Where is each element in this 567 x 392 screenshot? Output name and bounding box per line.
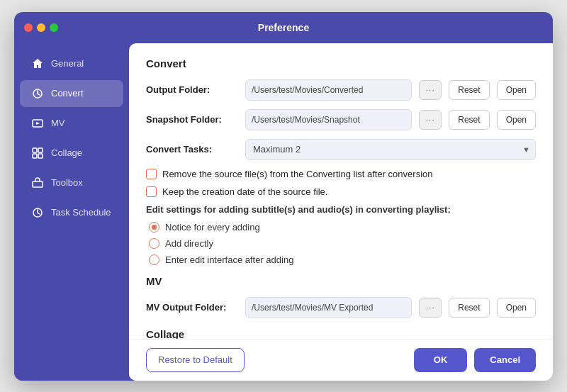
mv-output-folder-reset-button[interactable]: Reset xyxy=(449,298,489,318)
checkbox-keep-date-label: Keep the creation date of the source fil… xyxy=(162,186,327,197)
sidebar-item-task-schedule[interactable]: Task Schedule xyxy=(20,199,123,226)
main-content: Convert Output Folder: /Users/test/Movie… xyxy=(129,43,553,381)
snapshot-folder-open-button[interactable]: Open xyxy=(497,110,536,130)
ok-button[interactable]: OK xyxy=(414,348,468,372)
radio-notice-label: Notice for every adding xyxy=(165,222,260,233)
svg-rect-7 xyxy=(33,181,43,187)
convert-tasks-select-wrap: Maximum 2 ▼ xyxy=(245,139,536,160)
svg-rect-4 xyxy=(38,148,43,152)
titlebar: Preference xyxy=(14,12,553,43)
svg-rect-5 xyxy=(33,154,37,158)
sidebar-label-general: General xyxy=(51,58,84,69)
sidebar-label-collage: Collage xyxy=(51,147,82,158)
window-title: Preference xyxy=(258,22,309,33)
subtitle-section: Edit settings for adding subtitle(s) and… xyxy=(146,204,536,265)
minimize-button[interactable] xyxy=(37,23,45,32)
collage-icon xyxy=(31,147,44,159)
task-schedule-icon xyxy=(31,206,44,219)
svg-rect-3 xyxy=(33,148,37,152)
mv-section-title: MV xyxy=(146,275,536,287)
cancel-button[interactable]: Cancel xyxy=(474,348,536,372)
sidebar-label-task-schedule: Task Schedule xyxy=(51,207,111,218)
radio-edit-row[interactable]: Enter edit interface after adding xyxy=(146,254,536,265)
checkbox-keep-date-row[interactable]: Keep the creation date of the source fil… xyxy=(146,186,536,197)
mv-output-folder-dots-button[interactable]: ··· xyxy=(419,298,442,318)
sidebar-item-collage[interactable]: Collage xyxy=(20,140,123,167)
subtitle-heading: Edit settings for adding subtitle(s) and… xyxy=(146,204,536,215)
footer: Restore to Default OK Cancel xyxy=(129,339,553,381)
footer-right-buttons: OK Cancel xyxy=(414,348,536,372)
radio-notice[interactable] xyxy=(149,222,159,233)
radio-direct-label: Add directly xyxy=(165,238,213,249)
mv-output-folder-path: /Users/test/Movies/MV Exported xyxy=(245,297,412,318)
output-folder-path: /Users/test/Movies/Converted xyxy=(245,79,412,101)
snapshot-folder-row: Snapshot Folder: /Users/test/Movies/Snap… xyxy=(146,109,536,130)
sidebar-item-general[interactable]: General xyxy=(20,50,123,77)
maximize-button[interactable] xyxy=(50,23,58,32)
output-folder-dots-button[interactable]: ··· xyxy=(419,80,442,100)
traffic-lights xyxy=(24,23,58,32)
convert-icon xyxy=(31,87,44,100)
checkbox-remove-source-label: Remove the source file(s) from the Conve… xyxy=(162,169,433,179)
mv-output-folder-row: MV Output Folder: /Users/test/Movies/MV … xyxy=(146,297,536,318)
radio-edit-label: Enter edit interface after adding xyxy=(165,254,293,265)
convert-section-title: Convert xyxy=(146,57,536,69)
checkbox-remove-source[interactable] xyxy=(146,169,157,179)
sidebar-label-convert: Convert xyxy=(51,88,84,99)
close-button[interactable] xyxy=(24,23,33,32)
radio-direct[interactable] xyxy=(149,238,159,249)
convert-tasks-label: Convert Tasks: xyxy=(146,144,238,155)
mv-output-folder-open-button[interactable]: Open xyxy=(497,298,536,318)
snapshot-folder-path: /Users/test/Movies/Snapshot xyxy=(245,109,412,130)
checkbox-remove-source-row[interactable]: Remove the source file(s) from the Conve… xyxy=(146,169,536,179)
checkbox-keep-date[interactable] xyxy=(146,186,157,197)
restore-default-button[interactable]: Restore to Default xyxy=(146,348,245,372)
output-folder-row: Output Folder: /Users/test/Movies/Conver… xyxy=(146,79,536,101)
sidebar-item-convert[interactable]: Convert xyxy=(20,80,123,107)
sidebar-label-mv: MV xyxy=(51,118,65,128)
snapshot-folder-dots-button[interactable]: ··· xyxy=(419,110,442,130)
output-folder-reset-button[interactable]: Reset xyxy=(449,80,489,100)
mv-output-folder-label: MV Output Folder: xyxy=(146,302,238,313)
home-icon xyxy=(31,57,44,70)
output-folder-open-button[interactable]: Open xyxy=(497,80,536,100)
svg-rect-6 xyxy=(38,154,43,158)
snapshot-folder-reset-button[interactable]: Reset xyxy=(449,110,489,130)
sidebar-item-toolbox[interactable]: Toolbox xyxy=(20,169,123,196)
preference-window: Preference General Conve xyxy=(14,12,553,381)
svg-marker-2 xyxy=(36,122,40,125)
collage-section-title: Collage xyxy=(146,328,536,339)
radio-notice-row[interactable]: Notice for every adding xyxy=(146,222,536,233)
sidebar: General Convert MV xyxy=(14,43,129,381)
radio-direct-row[interactable]: Add directly xyxy=(146,238,536,249)
snapshot-folder-label: Snapshot Folder: xyxy=(146,114,238,125)
convert-tasks-row: Convert Tasks: Maximum 2 ▼ xyxy=(146,139,536,160)
toolbox-icon xyxy=(31,177,44,189)
mv-icon xyxy=(31,117,44,130)
radio-edit[interactable] xyxy=(149,254,159,265)
sidebar-label-toolbox: Toolbox xyxy=(51,177,83,188)
convert-tasks-select[interactable]: Maximum 2 xyxy=(245,139,536,160)
sidebar-item-mv[interactable]: MV xyxy=(20,110,123,137)
scroll-area[interactable]: Convert Output Folder: /Users/test/Movie… xyxy=(129,43,553,339)
content-area: General Convert MV xyxy=(14,43,553,381)
output-folder-label: Output Folder: xyxy=(146,84,238,95)
